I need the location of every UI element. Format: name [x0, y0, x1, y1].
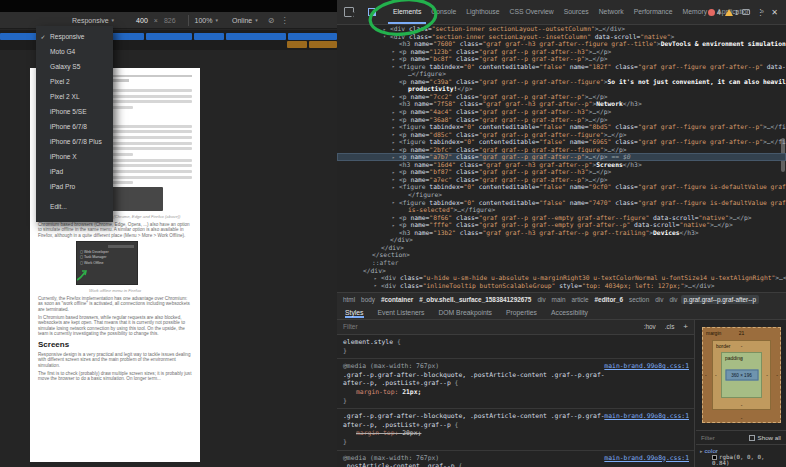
- dom-node[interactable]: ▸<p name="d85c" class="graf graf--p graf…: [337, 131, 786, 139]
- sidebar-tab-dom-breakpoints[interactable]: DOM Breakpoints: [438, 309, 492, 316]
- dom-node[interactable]: ▸<p name="8f66" class="graf graf--p graf…: [337, 214, 786, 222]
- dom-node[interactable]: <h3 name="16d4" class="graf graf--h3 gra…: [337, 161, 786, 169]
- stylesheet-link[interactable]: main-brand.99o8g.css:1: [604, 454, 689, 463]
- dom-node[interactable]: ▸<p name="fffe" class="graf graf--p graf…: [337, 221, 786, 229]
- dom-node[interactable]: ▸<figure tabindex="0" contenteditable="f…: [337, 183, 786, 191]
- tab-elements[interactable]: Elements: [388, 0, 426, 24]
- dom-node[interactable]: ▸<p name="4ac4" class="graf graf--p graf…: [337, 108, 786, 116]
- menu-item-pixel-2[interactable]: Pixel 2: [36, 74, 113, 89]
- dom-node[interactable]: ▸<div class="u-hide u-sm-hide u-absolute…: [337, 274, 786, 282]
- sidebar-tab-event-listeners[interactable]: Event Listeners: [378, 309, 425, 316]
- tab-memory[interactable]: Memory: [678, 0, 713, 24]
- dom-node[interactable]: ▾<div class="section-inner sectionLayout…: [337, 33, 786, 41]
- expand-arrow-icon[interactable]: ▸: [374, 282, 377, 290]
- color-swatch-icon[interactable]: [712, 455, 717, 460]
- device-toolbar-toggle-icon[interactable]: [368, 7, 378, 17]
- viewport-height-input[interactable]: 826: [164, 17, 176, 24]
- style-rule[interactable]: main-brand.99o8g.css:1@media (max-width:…: [337, 451, 694, 467]
- tab-performance[interactable]: Performance: [629, 0, 678, 24]
- dom-node[interactable]: <h3 name="13b2" class="graf graf--h3 gra…: [337, 229, 786, 237]
- tab-lighthouse[interactable]: Lighthouse: [461, 0, 504, 24]
- dom-node[interactable]: is-selected">…</figure>: [337, 206, 786, 214]
- toggle-class-button[interactable]: .cls: [665, 323, 675, 332]
- dom-node[interactable]: ▸<p name="7cc2" class="graf graf--p graf…: [337, 93, 786, 101]
- expand-arrow-icon[interactable]: ▸: [700, 448, 703, 454]
- media-query-segment-blue[interactable]: [288, 33, 337, 40]
- breadcrumb-item[interactable]: #editor_6: [592, 295, 626, 304]
- media-query-segment-orange[interactable]: [287, 41, 307, 48]
- menu-item-iphone-6-7-8[interactable]: iPhone 6/7/8: [36, 119, 113, 134]
- menu-item-responsive[interactable]: ✓Responsive: [36, 29, 113, 44]
- dom-node[interactable]: ▸<p name="bf87" class="graf graf--p graf…: [337, 168, 786, 176]
- breadcrumb-item[interactable]: #container: [378, 295, 416, 304]
- toggle-hover-state-button[interactable]: :hov: [644, 323, 656, 332]
- inspect-element-icon[interactable]: [344, 7, 354, 17]
- dom-node[interactable]: <h3 name="7600" class="graf graf--h3 gra…: [337, 40, 786, 48]
- media-query-segment-blue[interactable]: [194, 33, 224, 40]
- warning-badge[interactable]: 1: [725, 9, 739, 16]
- menu-item-ipad-pro[interactable]: iPad Pro: [36, 179, 113, 194]
- dom-node[interactable]: </section>: [337, 251, 786, 259]
- tab-css-overview[interactable]: CSS Overview: [505, 0, 559, 24]
- dom-node[interactable]: ▸<div class="inlineTooltip buttonScalabl…: [337, 282, 786, 290]
- menu-item-galaxy-s5[interactable]: Galaxy S5: [36, 59, 113, 74]
- style-rule[interactable]: main-brand.99o8g.css:1.graf--p.graf-afte…: [337, 409, 694, 450]
- breadcrumb-item[interactable]: section: [626, 295, 652, 304]
- breadcrumb-item[interactable]: p.graf.graf--p.graf-after--p: [681, 295, 759, 304]
- dom-node[interactable]: </div>: [337, 236, 786, 244]
- devtools-menu-icon[interactable]: ⋮: [754, 8, 766, 17]
- breadcrumb-item[interactable]: main: [549, 295, 569, 304]
- dom-node[interactable]: ▸<p name="2bfc" class="graf graf--p graf…: [337, 146, 786, 154]
- dom-node[interactable]: <p name="c39a" class="graf graf--p graf-…: [337, 78, 786, 86]
- tab-network[interactable]: Network: [594, 0, 629, 24]
- tab-sources[interactable]: Sources: [559, 0, 594, 24]
- computed-property-color[interactable]: ▸colorrgba(0, 0, 0, 0.84): [696, 446, 786, 467]
- breadcrumb-item[interactable]: article: [568, 295, 591, 304]
- sidebar-tab-properties[interactable]: Properties: [506, 309, 537, 316]
- toolbar-overflow-menu-icon[interactable]: ⋮: [280, 16, 288, 25]
- dom-node[interactable]: ▸<figure tabindex="0" contenteditable="f…: [337, 63, 786, 71]
- computed-filter-input[interactable]: Filter: [701, 434, 749, 441]
- sidebar-tab-accessibility[interactable]: Accessibility: [551, 309, 588, 316]
- menu-item-moto-g4[interactable]: Moto G4: [36, 44, 113, 59]
- zoom-dropdown[interactable]: 100% ▾: [195, 17, 218, 24]
- dom-node[interactable]: ▸<figure tabindex="0" contenteditable="f…: [337, 138, 786, 146]
- dom-node[interactable]: </div>: [337, 267, 786, 275]
- menu-item-iphone-5-se[interactable]: iPhone 5/SE: [36, 104, 113, 119]
- stylesheet-link[interactable]: main-brand.99o8g.css:1: [604, 362, 689, 371]
- menu-item-iphone-x[interactable]: iPhone X: [36, 149, 113, 164]
- tab-console[interactable]: Console: [426, 0, 461, 24]
- dom-node[interactable]: productivity!</p>: [337, 85, 786, 93]
- dom-node[interactable]: ▸<p name="bc8f" class="graf graf--p graf…: [337, 55, 786, 63]
- dom-node[interactable]: <h3 name="7f58" class="graf graf--h3 gra…: [337, 100, 786, 108]
- devtools-close-icon[interactable]: ✕: [770, 8, 781, 17]
- sidebar-tab-styles[interactable]: Styles: [345, 309, 364, 316]
- media-query-segment-blue[interactable]: [146, 33, 192, 40]
- menu-item-pixel-2-xl[interactable]: Pixel 2 XL: [36, 89, 113, 104]
- dom-node[interactable]: …</figure>: [337, 70, 786, 78]
- breadcrumb-item[interactable]: div: [534, 295, 548, 304]
- rotate-icon[interactable]: ⊘: [268, 16, 275, 25]
- style-rule[interactable]: main-brand.99o8g.css:1@media (max-width:…: [337, 359, 694, 409]
- dom-node[interactable]: ▸<div class="section-inner sectionLayout…: [337, 25, 786, 33]
- dom-node[interactable]: ::after: [337, 259, 786, 267]
- feedback-icon[interactable]: [742, 9, 750, 15]
- menu-item-ipad[interactable]: iPad: [36, 164, 113, 179]
- dom-node[interactable]: ▸<p name="36a8" class="graf graf--p graf…: [337, 116, 786, 124]
- breadcrumb-item[interactable]: div: [666, 295, 680, 304]
- new-style-rule-button[interactable]: +: [683, 323, 688, 332]
- dom-node-selected[interactable]: ▸<p name="a7b7" class="graf graf--p graf…: [337, 153, 786, 161]
- box-model-diagram[interactable]: margin 21 - - - border - - - - padding -…: [702, 327, 781, 423]
- dom-node[interactable]: ▸<p name="a7ec" class="graf graf--p graf…: [337, 176, 786, 184]
- dom-node[interactable]: ▸<figure tabindex="0" contenteditable="f…: [337, 123, 786, 131]
- dom-node[interactable]: </div>: [337, 244, 786, 252]
- media-query-segment-blue[interactable]: [226, 33, 286, 40]
- css-declaration[interactable]: margin-top: 21px;: [343, 388, 688, 397]
- show-all-toggle[interactable]: Show all: [749, 434, 781, 441]
- dom-node[interactable]: ▸<p name="123b" class="graf graf--p graf…: [337, 48, 786, 56]
- menu-item-iphone-6-7-8-plus[interactable]: iPhone 6/7/8 Plus: [36, 134, 113, 149]
- error-badge[interactable]: 4: [708, 9, 721, 16]
- styles-filter-input[interactable]: Filter: [343, 323, 635, 332]
- style-rule[interactable]: element.style {}: [337, 335, 694, 359]
- media-query-segment-orange[interactable]: [309, 41, 337, 48]
